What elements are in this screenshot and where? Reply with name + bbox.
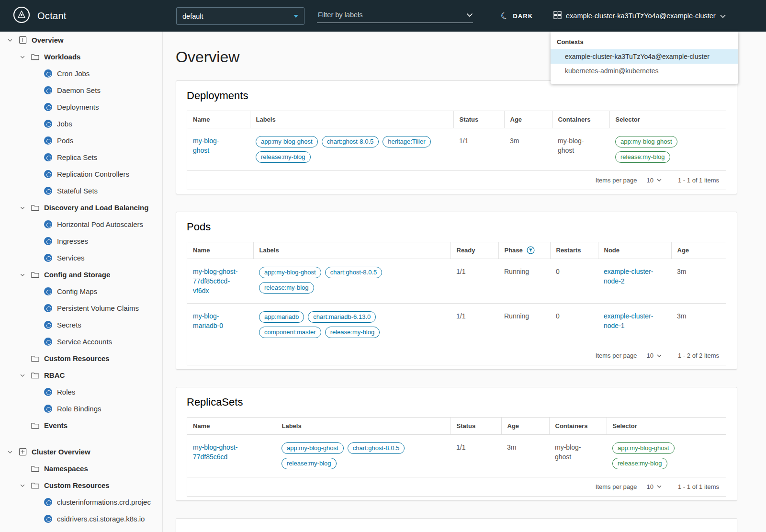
sidebar-item-label: Config Maps (57, 287, 97, 295)
sidebar-item-cluster-overview[interactable]: Cluster Overview (0, 443, 162, 460)
resource-icon (44, 405, 52, 413)
sidebar-item-overview[interactable]: Overview (0, 32, 162, 48)
card-title: Deployments (187, 90, 726, 102)
table-row: my-blog-mariadb-0 app:mariadb chart:mari… (187, 304, 726, 346)
sidebar-item-config-and-storage[interactable]: Config and Storage (0, 266, 162, 283)
replicaset-link[interactable]: my-blog-ghost-77df85c6cd (193, 442, 251, 462)
resource-icon (44, 69, 52, 78)
page-size-select[interactable]: 10 (647, 177, 662, 184)
folder-icon (31, 465, 39, 472)
pods-table: Name Labels Ready Phase Restarts (187, 242, 726, 366)
sidebar-item-services[interactable]: Services (0, 249, 162, 266)
sidebar-item-replication-controllers[interactable]: Replication Controllers (0, 166, 162, 182)
selector-chip: app:my-blog-ghost (612, 442, 675, 454)
namespace-selector[interactable]: default (176, 7, 304, 25)
page-size-select[interactable]: 10 (647, 352, 662, 359)
context-menu-item[interactable]: kubernetes-admin@kubernetes (551, 64, 738, 78)
label-chip: release:my-blog (282, 458, 337, 469)
chevron-down-icon[interactable] (19, 483, 26, 488)
column-header-age: Age (671, 242, 726, 259)
table-row: my-blog-ghost app:my-blog-ghost chart:gh… (187, 128, 726, 170)
label-chip: app:mariadb (259, 311, 304, 323)
age-cell: 3m (671, 259, 726, 304)
resource-icon (44, 136, 52, 145)
main-content: Overview Deployments Name Labels Status … (163, 32, 766, 532)
filter-icon[interactable] (527, 246, 535, 254)
node-link[interactable]: example-cluster-node-2 (604, 267, 665, 286)
node-link[interactable]: example-cluster-node-1 (604, 311, 665, 330)
sidebar-item-custom-resources-cluster[interactable]: Custom Resources (0, 477, 162, 494)
moon-icon: ☾ (500, 11, 510, 21)
chevron-down-icon (657, 485, 662, 488)
sidebar-item-discovery-and-load-balancing[interactable]: Discovery and Load Balancing (0, 199, 162, 216)
chevron-down-icon[interactable] (7, 449, 13, 455)
sidebar-item-ingresses[interactable]: Ingresses (0, 233, 162, 249)
sidebar-item-namespaces[interactable]: Namespaces (0, 460, 162, 477)
context-menu-item[interactable]: example-cluster-ka3TuTzYo4a@example-clus… (551, 49, 738, 64)
cluster-icon (553, 11, 562, 21)
pagination: Items per page 10 1 - 1 of 1 items (187, 477, 726, 496)
selector-group: app:my-blog-ghost release:my-blog (615, 136, 720, 163)
chevron-down-icon[interactable] (19, 272, 26, 278)
page-size-select[interactable]: 10 (647, 483, 662, 490)
sidebar-item-pods[interactable]: Pods (0, 132, 162, 149)
table-row: my-blog-ghost-77df85c6cd app:my-blog-gho… (187, 434, 726, 477)
sidebar-item-label: Config and Storage (44, 271, 110, 279)
pod-link[interactable]: my-blog-ghost-77df85c6cd-vf6dx (193, 267, 242, 295)
sidebar-item-jobs[interactable]: Jobs (0, 115, 162, 132)
page-size-value: 10 (647, 352, 653, 359)
column-header-selector: Selector (609, 111, 726, 128)
label-filter[interactable] (317, 7, 473, 23)
theme-toggle[interactable]: ☾ DARK (501, 0, 533, 32)
sidebar-item-service-accounts[interactable]: Service Accounts (0, 333, 162, 350)
status-cell: 1/1 (451, 434, 501, 477)
table-header-row: Name Labels Ready Phase Restarts (187, 242, 726, 259)
sidebar-item-label: Secrets (57, 321, 81, 329)
sidebar-item-csidrivers[interactable]: csidrivers.csi.storage.k8s.io (0, 510, 162, 527)
sidebar-item-daemon-sets[interactable]: Daemon Sets (0, 82, 162, 99)
resource-icon (44, 170, 52, 178)
pod-link[interactable]: my-blog-mariadb-0 (193, 311, 242, 330)
folder-icon (31, 372, 39, 379)
sidebar-item-replica-sets[interactable]: Replica Sets (0, 149, 162, 166)
sidebar-item-events[interactable]: Events (0, 417, 162, 434)
label-chip: heritage:Tiller (383, 136, 430, 147)
sidebar-item-rbac[interactable]: RBAC (0, 367, 162, 384)
column-header-node: Node (598, 242, 671, 259)
folder-icon (31, 204, 39, 211)
chevron-down-icon[interactable] (19, 205, 26, 211)
pagination-range: 1 - 1 of 1 items (678, 177, 719, 184)
label-filter-input[interactable] (317, 11, 451, 19)
resource-icon (44, 304, 52, 312)
chevron-down-icon[interactable] (19, 373, 26, 378)
pods-card: Pods Name Labels Ready Phase (176, 212, 737, 370)
folder-icon (31, 482, 39, 489)
sidebar-item-deployments[interactable]: Deployments (0, 99, 162, 115)
sidebar-item-secrets[interactable]: Secrets (0, 317, 162, 333)
card-title: ReplicaSets (187, 396, 726, 408)
sidebar-item-custom-resources[interactable]: Custom Resources (0, 350, 162, 367)
label-chip: chart:ghost-8.0.5 (348, 442, 405, 454)
sidebar-item-config-maps[interactable]: Config Maps (0, 283, 162, 300)
context-selector[interactable]: example-cluster-ka3TuTzYo4a@example-clus… (553, 0, 726, 32)
sidebar-item-label: Horizontal Pod Autoscalers (57, 220, 143, 228)
chevron-down-icon[interactable] (19, 54, 26, 60)
sidebar-item-label: Replication Controllers (57, 170, 129, 178)
sidebar-item-role-bindings[interactable]: Role Bindings (0, 400, 162, 417)
deployment-link[interactable]: my-blog-ghost (193, 136, 231, 155)
sidebar-item-clusterinformations[interactable]: clusterinformations.crd.projec (0, 494, 162, 510)
sidebar-item-stateful-sets[interactable]: Stateful Sets (0, 182, 162, 199)
sidebar-item-roles[interactable]: Roles (0, 384, 162, 400)
label-chip: component:master (259, 327, 321, 338)
sidebar-item-horizontal-pod-autoscalers[interactable]: Horizontal Pod Autoscalers (0, 216, 162, 233)
chevron-down-icon[interactable] (7, 37, 13, 43)
sidebar-item-workloads[interactable]: Workloads (0, 48, 162, 65)
sidebar-item-persistent-volume-claims[interactable]: Persistent Volume Claims (0, 300, 162, 317)
sidebar-item-cron-jobs[interactable]: Cron Jobs (0, 65, 162, 82)
labels-group: app:mariadb chart:mariadb-6.13.0 compone… (259, 311, 417, 338)
card-title: Pods (187, 221, 726, 233)
restarts-cell: 0 (550, 259, 598, 304)
items-per-page-label: Items per page (596, 483, 637, 490)
column-header-age: Age (501, 418, 549, 434)
column-header-ready: Ready (451, 242, 498, 259)
